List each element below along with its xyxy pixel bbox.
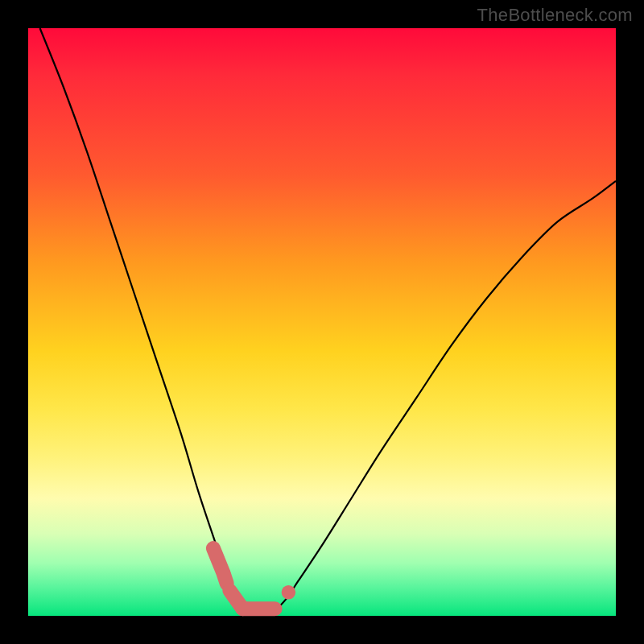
chart-frame: TheBottleneck.com (0, 0, 644, 644)
trough-marker (213, 548, 295, 609)
trough-segment (224, 575, 227, 584)
bottleneck-curve (40, 28, 616, 613)
trough-dot (282, 585, 296, 600)
plot-area (28, 28, 616, 616)
watermark-text: TheBottleneck.com (477, 5, 633, 26)
chart-overlay (28, 28, 616, 616)
